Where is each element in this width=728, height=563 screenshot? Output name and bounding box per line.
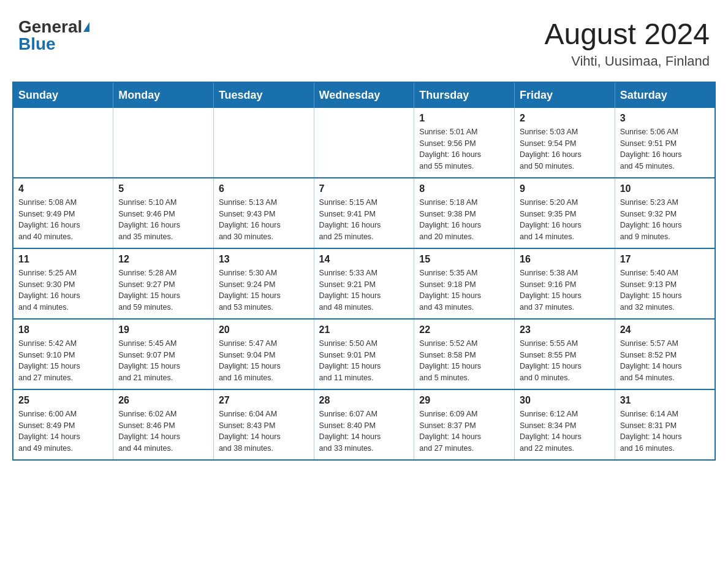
- title-block: August 2024 Vihti, Uusimaa, Finland: [544, 18, 710, 69]
- calendar-cell: 14Sunrise: 5:33 AM Sunset: 9:21 PM Dayli…: [314, 248, 414, 319]
- day-number: 9: [520, 183, 610, 194]
- calendar-cell: 10Sunrise: 5:23 AM Sunset: 9:32 PM Dayli…: [615, 178, 715, 248]
- day-info: Sunrise: 5:35 AM Sunset: 9:18 PM Dayligh…: [419, 267, 509, 313]
- logo-triangle-icon: [83, 22, 89, 32]
- day-number: 10: [620, 183, 710, 194]
- calendar-cell: 25Sunrise: 6:00 AM Sunset: 8:49 PM Dayli…: [13, 389, 113, 460]
- day-number: 25: [18, 395, 108, 406]
- calendar-week-row: 25Sunrise: 6:00 AM Sunset: 8:49 PM Dayli…: [13, 389, 715, 460]
- calendar-week-row: 18Sunrise: 5:42 AM Sunset: 9:10 PM Dayli…: [13, 319, 715, 389]
- calendar-cell: 11Sunrise: 5:25 AM Sunset: 9:30 PM Dayli…: [13, 248, 113, 319]
- day-info: Sunrise: 5:57 AM Sunset: 8:52 PM Dayligh…: [620, 338, 710, 384]
- day-info: Sunrise: 5:28 AM Sunset: 9:27 PM Dayligh…: [118, 267, 208, 313]
- day-info: Sunrise: 6:04 AM Sunset: 8:43 PM Dayligh…: [219, 408, 309, 454]
- day-number: 24: [620, 324, 710, 335]
- calendar-cell: 4Sunrise: 5:08 AM Sunset: 9:49 PM Daylig…: [13, 178, 113, 248]
- calendar-cell: 7Sunrise: 5:15 AM Sunset: 9:41 PM Daylig…: [314, 178, 414, 248]
- day-info: Sunrise: 6:09 AM Sunset: 8:37 PM Dayligh…: [419, 408, 509, 454]
- day-info: Sunrise: 5:33 AM Sunset: 9:21 PM Dayligh…: [319, 267, 409, 313]
- calendar-cell: 24Sunrise: 5:57 AM Sunset: 8:52 PM Dayli…: [615, 319, 715, 389]
- day-info: Sunrise: 5:03 AM Sunset: 9:54 PM Dayligh…: [520, 126, 610, 172]
- calendar-cell: 23Sunrise: 5:55 AM Sunset: 8:55 PM Dayli…: [515, 319, 615, 389]
- day-number: 2: [520, 113, 610, 124]
- calendar-cell: 15Sunrise: 5:35 AM Sunset: 9:18 PM Dayli…: [414, 248, 515, 319]
- day-header-saturday: Saturday: [615, 82, 715, 108]
- day-info: Sunrise: 5:38 AM Sunset: 9:16 PM Dayligh…: [520, 267, 610, 313]
- calendar-cell: 20Sunrise: 5:47 AM Sunset: 9:04 PM Dayli…: [213, 319, 314, 389]
- calendar-cell: 28Sunrise: 6:07 AM Sunset: 8:40 PM Dayli…: [314, 389, 414, 460]
- day-number: 7: [319, 183, 409, 194]
- day-number: 31: [620, 395, 710, 406]
- calendar-week-row: 4Sunrise: 5:08 AM Sunset: 9:49 PM Daylig…: [13, 178, 715, 248]
- calendar-cell: [13, 108, 113, 178]
- day-number: 3: [620, 113, 710, 124]
- day-info: Sunrise: 5:50 AM Sunset: 9:01 PM Dayligh…: [319, 338, 409, 384]
- calendar-cell: 29Sunrise: 6:09 AM Sunset: 8:37 PM Dayli…: [414, 389, 515, 460]
- day-info: Sunrise: 5:55 AM Sunset: 8:55 PM Dayligh…: [520, 338, 610, 384]
- calendar-cell: 9Sunrise: 5:20 AM Sunset: 9:35 PM Daylig…: [515, 178, 615, 248]
- logo: General Blue: [18, 18, 89, 53]
- calendar-week-row: 1Sunrise: 5:01 AM Sunset: 9:56 PM Daylig…: [13, 108, 715, 178]
- day-number: 6: [219, 183, 309, 194]
- day-number: 17: [620, 254, 710, 265]
- day-number: 18: [18, 324, 108, 335]
- day-number: 12: [118, 254, 208, 265]
- day-info: Sunrise: 5:13 AM Sunset: 9:43 PM Dayligh…: [219, 197, 309, 243]
- day-info: Sunrise: 6:07 AM Sunset: 8:40 PM Dayligh…: [319, 408, 409, 454]
- day-number: 11: [18, 254, 108, 265]
- day-info: Sunrise: 5:01 AM Sunset: 9:56 PM Dayligh…: [419, 126, 509, 172]
- day-info: Sunrise: 5:45 AM Sunset: 9:07 PM Dayligh…: [118, 338, 208, 384]
- day-number: 23: [520, 324, 610, 335]
- day-number: 27: [219, 395, 309, 406]
- day-header-monday: Monday: [113, 82, 214, 108]
- day-number: 20: [219, 324, 309, 335]
- day-header-wednesday: Wednesday: [314, 82, 414, 108]
- calendar-cell: 16Sunrise: 5:38 AM Sunset: 9:16 PM Dayli…: [515, 248, 615, 319]
- day-info: Sunrise: 5:47 AM Sunset: 9:04 PM Dayligh…: [219, 338, 309, 384]
- calendar-cell: 31Sunrise: 6:14 AM Sunset: 8:31 PM Dayli…: [615, 389, 715, 460]
- calendar-cell: 27Sunrise: 6:04 AM Sunset: 8:43 PM Dayli…: [213, 389, 314, 460]
- day-header-sunday: Sunday: [13, 82, 113, 108]
- calendar-cell: 18Sunrise: 5:42 AM Sunset: 9:10 PM Dayli…: [13, 319, 113, 389]
- day-header-tuesday: Tuesday: [213, 82, 314, 108]
- day-number: 28: [319, 395, 409, 406]
- day-info: Sunrise: 5:10 AM Sunset: 9:46 PM Dayligh…: [118, 197, 208, 243]
- calendar-cell: 30Sunrise: 6:12 AM Sunset: 8:34 PM Dayli…: [515, 389, 615, 460]
- day-info: Sunrise: 6:00 AM Sunset: 8:49 PM Dayligh…: [18, 408, 108, 454]
- day-number: 22: [419, 324, 509, 335]
- day-info: Sunrise: 5:20 AM Sunset: 9:35 PM Dayligh…: [520, 197, 610, 243]
- day-number: 8: [419, 183, 509, 194]
- day-header-thursday: Thursday: [414, 82, 515, 108]
- calendar-cell: 19Sunrise: 5:45 AM Sunset: 9:07 PM Dayli…: [113, 319, 214, 389]
- calendar-cell: 3Sunrise: 5:06 AM Sunset: 9:51 PM Daylig…: [615, 108, 715, 178]
- day-number: 4: [18, 183, 108, 194]
- calendar-header-row: SundayMondayTuesdayWednesdayThursdayFrid…: [13, 82, 715, 108]
- calendar-week-row: 11Sunrise: 5:25 AM Sunset: 9:30 PM Dayli…: [13, 248, 715, 319]
- day-number: 15: [419, 254, 509, 265]
- calendar-cell: 8Sunrise: 5:18 AM Sunset: 9:38 PM Daylig…: [414, 178, 515, 248]
- day-number: 13: [219, 254, 309, 265]
- logo-general-text: General: [18, 18, 82, 36]
- day-number: 26: [118, 395, 208, 406]
- day-number: 19: [118, 324, 208, 335]
- calendar-cell: 5Sunrise: 5:10 AM Sunset: 9:46 PM Daylig…: [113, 178, 214, 248]
- day-info: Sunrise: 5:42 AM Sunset: 9:10 PM Dayligh…: [18, 338, 108, 384]
- day-number: 16: [520, 254, 610, 265]
- calendar-cell: 17Sunrise: 5:40 AM Sunset: 9:13 PM Dayli…: [615, 248, 715, 319]
- day-number: 30: [520, 395, 610, 406]
- day-info: Sunrise: 5:30 AM Sunset: 9:24 PM Dayligh…: [219, 267, 309, 313]
- logo-blue-text: Blue: [18, 36, 56, 53]
- day-info: Sunrise: 5:25 AM Sunset: 9:30 PM Dayligh…: [18, 267, 108, 313]
- day-number: 21: [319, 324, 409, 335]
- calendar-cell: [213, 108, 314, 178]
- day-header-friday: Friday: [515, 82, 615, 108]
- day-number: 14: [319, 254, 409, 265]
- day-number: 5: [118, 183, 208, 194]
- month-title: August 2024: [544, 18, 710, 51]
- day-info: Sunrise: 6:12 AM Sunset: 8:34 PM Dayligh…: [520, 408, 610, 454]
- day-info: Sunrise: 5:15 AM Sunset: 9:41 PM Dayligh…: [319, 197, 409, 243]
- day-info: Sunrise: 5:52 AM Sunset: 8:58 PM Dayligh…: [419, 338, 509, 384]
- calendar-cell: 21Sunrise: 5:50 AM Sunset: 9:01 PM Dayli…: [314, 319, 414, 389]
- calendar-cell: 13Sunrise: 5:30 AM Sunset: 9:24 PM Dayli…: [213, 248, 314, 319]
- day-number: 1: [419, 113, 509, 124]
